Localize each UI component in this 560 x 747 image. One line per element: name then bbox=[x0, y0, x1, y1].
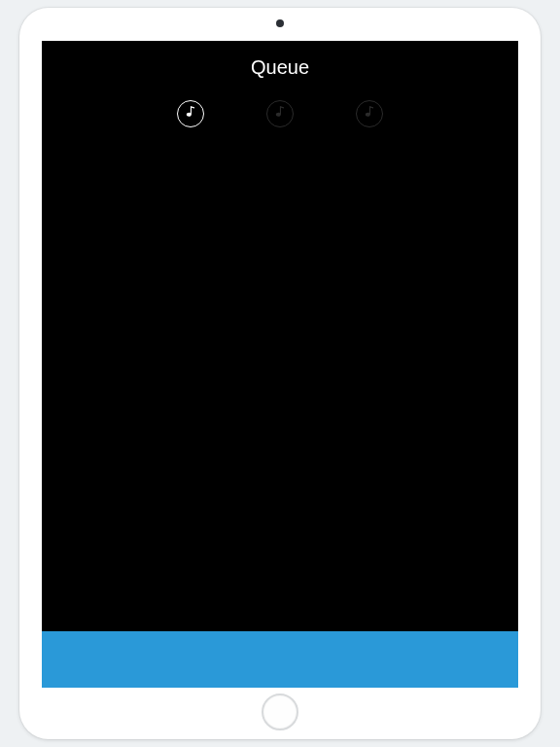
queue-tab-3[interactable] bbox=[356, 100, 383, 127]
app-screen: Queue bbox=[42, 41, 518, 688]
now-playing-bar[interactable] bbox=[42, 631, 518, 688]
music-note-icon bbox=[185, 105, 196, 123]
device-home-button[interactable] bbox=[262, 694, 298, 730]
page-title: Queue bbox=[42, 41, 518, 79]
queue-content-area bbox=[42, 127, 518, 631]
music-note-icon bbox=[274, 105, 286, 123]
queue-tab-1[interactable] bbox=[177, 100, 204, 127]
tablet-device-frame: Queue bbox=[19, 8, 541, 739]
queue-tab-2[interactable] bbox=[266, 100, 294, 127]
queue-tab-row bbox=[42, 100, 518, 127]
device-camera bbox=[276, 19, 284, 27]
music-note-icon bbox=[364, 105, 375, 123]
